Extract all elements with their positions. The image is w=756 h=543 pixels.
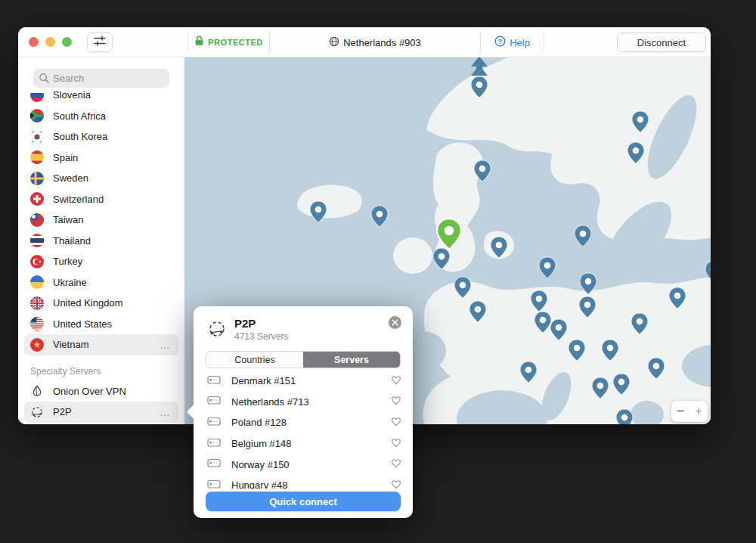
server-name: Norway #150	[231, 459, 390, 470]
item-label: Thailand	[53, 235, 172, 247]
more-options-icon[interactable]: …	[160, 339, 172, 351]
sidebar-item-taiwan[interactable]: Taiwan	[24, 209, 178, 231]
sidebar-item-turkey[interactable]: Turkey	[24, 251, 178, 272]
item-label: South Africa	[53, 110, 172, 122]
heart-icon[interactable]	[390, 457, 402, 472]
sidebar-item-thailand[interactable]: Thailand	[24, 231, 178, 252]
server-box-icon	[207, 437, 221, 451]
traffic-lights	[29, 37, 72, 47]
sidebar-item-onion-over-vpn[interactable]: Onion Over VPN	[24, 381, 178, 402]
item-label: Sweden	[53, 172, 172, 184]
united-kingdom-flag-icon	[30, 296, 44, 310]
sidebar-item-ukraine[interactable]: Ukraine	[24, 272, 178, 293]
sidebar-item-south-africa[interactable]: South Africa	[24, 106, 178, 127]
item-label: Slovenia	[53, 89, 172, 101]
heart-icon[interactable]	[390, 374, 402, 389]
p2p-icon	[30, 405, 44, 419]
help-label: Help	[510, 37, 530, 48]
lock-icon	[194, 36, 204, 49]
heart-icon[interactable]	[390, 394, 402, 409]
zoom-out-button[interactable]: −	[671, 401, 689, 422]
heart-icon[interactable]	[390, 415, 402, 430]
server-name: Netherlands #713	[231, 396, 390, 408]
p2p-icon	[207, 319, 227, 339]
server-pin[interactable]	[616, 409, 633, 424]
item-label: Onion Over VPN	[53, 386, 172, 397]
onion-icon	[30, 384, 44, 398]
sidebar-item-south-korea[interactable]: South Korea	[24, 126, 178, 147]
sidebar-item-sweden[interactable]: Sweden	[24, 168, 178, 189]
item-label: Vietnam	[53, 339, 160, 350]
sidebar-item-slovenia[interactable]: Slovenia	[24, 85, 178, 106]
server-row[interactable]: Denmark #151	[194, 371, 413, 392]
help-icon: ?	[494, 36, 506, 49]
server-row[interactable]: Belgium #148	[194, 433, 413, 455]
sidebar-item-vietnam[interactable]: Vietnam…	[24, 334, 178, 355]
server-list: Denmark #151Netherlands #713Poland #128B…	[194, 371, 413, 489]
server-box-icon	[207, 395, 221, 408]
item-label: Turkey	[53, 256, 172, 267]
item-label: P2P	[53, 406, 160, 417]
protected-badge: PROTECTED	[188, 32, 270, 53]
item-label: South Korea	[53, 131, 172, 142]
server-name: Hungary #48	[231, 479, 390, 489]
taiwan-flag-icon	[30, 213, 44, 227]
server-box-icon	[207, 479, 221, 489]
popup-title: P2P	[234, 317, 288, 330]
item-label: Spain	[53, 152, 172, 163]
close-icon[interactable]	[388, 315, 402, 330]
south-africa-flag-icon	[30, 109, 44, 123]
close-button[interactable]	[29, 37, 39, 47]
zoom-in-button[interactable]: +	[689, 401, 708, 422]
tab-countries[interactable]: Countries	[206, 352, 303, 368]
vietnam-flag-icon	[30, 338, 44, 352]
minimize-button[interactable]	[45, 37, 55, 47]
item-label: Ukraine	[53, 277, 172, 288]
specialty-servers-header: Specialty Servers	[30, 366, 178, 377]
current-server-label: Netherlands #903	[343, 37, 421, 48]
sidebar-item-united-kingdom[interactable]: United Kingdom	[24, 293, 178, 314]
slovenia-flag-icon	[30, 88, 44, 102]
item-label: Switzerland	[53, 194, 172, 205]
sidebar-item-switzerland[interactable]: Switzerland	[24, 189, 178, 210]
sidebar-item-united-states[interactable]: United States	[24, 314, 178, 335]
spain-flag-icon	[30, 150, 44, 164]
settings-button[interactable]	[87, 32, 113, 52]
globe-icon	[329, 36, 339, 49]
tab-servers[interactable]: Servers	[303, 352, 400, 368]
toolbar-status-group: PROTECTED Netherlands #903 ?	[187, 32, 544, 53]
server-row[interactable]: Netherlands #713	[194, 392, 413, 413]
server-box-icon	[207, 416, 221, 430]
sidebar-item-spain[interactable]: Spain	[24, 147, 178, 169]
ukraine-flag-icon	[30, 275, 44, 289]
united-states-flag-icon	[30, 317, 44, 330]
heart-icon[interactable]	[390, 478, 402, 489]
zoom-window-button[interactable]	[62, 37, 72, 47]
current-server[interactable]: Netherlands #903	[270, 32, 481, 53]
help-button[interactable]: ? Help	[481, 32, 544, 53]
heart-icon[interactable]	[390, 436, 402, 451]
server-row[interactable]: Hungary #48	[194, 475, 413, 489]
turkey-flag-icon	[30, 255, 44, 268]
south-korea-flag-icon	[30, 130, 44, 144]
server-row[interactable]: Poland #128	[194, 412, 413, 433]
server-name: Denmark #151	[231, 375, 390, 386]
switzerland-flag-icon	[30, 192, 44, 206]
p2p-popup: P2P 4713 Servers CountriesServers Denmar…	[194, 306, 413, 518]
quick-connect-button[interactable]: Quick connect	[206, 492, 401, 511]
toolbar: PROTECTED Netherlands #903 ?	[18, 27, 711, 57]
server-name: Belgium #148	[231, 438, 390, 449]
server-name: Poland #128	[231, 417, 390, 428]
popup-subtitle: 4713 Servers	[234, 331, 288, 342]
sidebar-item-p2p[interactable]: P2P…	[24, 402, 178, 423]
disconnect-button[interactable]: Disconnect	[617, 33, 706, 52]
popup-header: P2P 4713 Servers	[194, 306, 413, 342]
server-box-icon	[207, 374, 221, 388]
popup-tab-bar: CountriesServers	[206, 351, 401, 368]
country-list: SloveniaSouth AfricaSouth KoreaSpainSwed…	[24, 85, 178, 423]
server-row[interactable]: Norway #150	[194, 454, 413, 475]
sweden-flag-icon	[30, 172, 44, 185]
more-options-icon[interactable]: …	[160, 406, 172, 418]
svg-text:?: ?	[498, 38, 503, 45]
search-icon	[39, 73, 50, 84]
